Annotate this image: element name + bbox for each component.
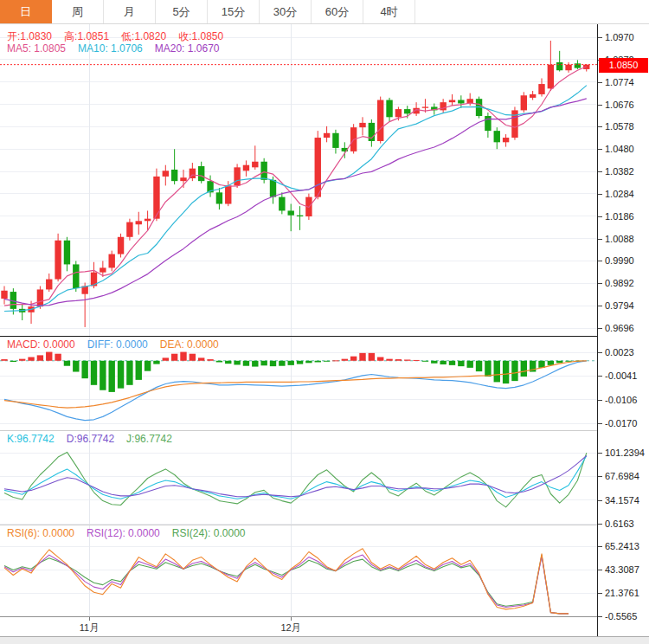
ohlc-value: 低:1.0820: [121, 30, 166, 42]
macd-value: DEA: 0.0000: [160, 338, 219, 351]
tab-month[interactable]: 月: [104, 0, 156, 23]
y-axis-label: -0.5565: [598, 611, 637, 621]
y-axis-label: -0.0106: [598, 395, 637, 405]
x-axis-label: 11月: [80, 621, 99, 634]
tab-60min[interactable]: 60分: [312, 0, 363, 23]
tick-dash: [598, 216, 602, 217]
kline-chart-app: 日周月5分15分30分60分4时 开:1.0830高:1.0851低:1.082…: [0, 0, 649, 644]
tick-dash: [598, 105, 602, 106]
kdj-value: K:96.7742: [7, 433, 55, 445]
kdj-value: D:96.7742: [67, 433, 114, 445]
y-axis-label: 101.2394: [598, 448, 645, 458]
y-axis-label: -0.0041: [598, 370, 637, 381]
ma-value: MA20: 1.0670: [155, 42, 220, 55]
tick-dash: [598, 171, 602, 172]
ma-value: MA5: 1.0805: [7, 42, 66, 55]
price-axis: 1.0850 1.09701.08721.07741.06761.05781.0…: [597, 24, 649, 636]
ohlc-value: 收:1.0850: [178, 30, 223, 42]
tick-dash: [598, 328, 602, 329]
timeframe-tabs: 日周月5分15分30分60分4时: [0, 0, 649, 24]
ma-readout: MA5: 1.0805MA10: 1.0706MA20: 1.0670: [7, 42, 231, 55]
tick-dash: [598, 352, 602, 353]
tab-day[interactable]: 日: [0, 0, 52, 23]
y-axis-label: 1.0284: [598, 189, 634, 199]
y-axis-label: 21.3761: [598, 588, 639, 598]
y-axis-label: 67.6984: [598, 471, 639, 481]
macd-value: MACD: 0.0000: [7, 338, 75, 351]
tab-5min[interactable]: 5分: [156, 0, 208, 23]
macd-canvas[interactable]: [0, 337, 597, 430]
macd-value: DIFF: 0.0000: [87, 338, 148, 351]
y-axis-label: 0.0023: [598, 347, 634, 357]
y-axis-label: 1.0088: [598, 234, 634, 244]
tick-dash: [598, 126, 602, 127]
y-axis-label: 1.0382: [598, 166, 634, 177]
y-axis-label: 34.1574: [598, 495, 639, 506]
y-axis-label: 43.3087: [598, 564, 639, 575]
tick-dash: [598, 306, 602, 306]
y-axis-label: 1.0970: [598, 32, 634, 42]
main-chart-canvas[interactable]: [0, 24, 597, 336]
tick-dash: [598, 194, 602, 195]
tick-dash: [598, 82, 602, 83]
tab-4hour[interactable]: 4时: [363, 0, 415, 23]
kdj-canvas[interactable]: [0, 431, 597, 525]
panel-separator: [0, 525, 649, 525]
rsi-panel: RSI(6): 0.0000RSI(12): 0.0000RSI(24): 0.…: [0, 525, 597, 616]
macd-panel: MACD: 0.0000DIFF: 0.0000DEA: 0.0000: [0, 337, 597, 430]
y-axis-label: 1.0774: [598, 77, 634, 87]
current-price-badge: 1.0850: [599, 58, 648, 73]
rsi-value: RSI(6): 0.0000: [7, 527, 74, 539]
tick-dash: [598, 149, 602, 150]
macd-readout: MACD: 0.0000DIFF: 0.0000DEA: 0.0000: [7, 338, 231, 351]
tick-dash: [598, 283, 602, 284]
y-axis-label: 0.9892: [598, 278, 634, 288]
tick-dash: [598, 524, 602, 525]
tick-dash: [598, 570, 602, 570]
tick-dash: [598, 400, 602, 401]
y-axis-label: 0.9794: [598, 300, 634, 311]
kdj-readout: K:96.7742D:96.7742J:96.7742: [7, 433, 184, 445]
y-axis-label: 1.0480: [598, 144, 634, 154]
tick-dash: [598, 593, 602, 594]
tick-dash: [598, 476, 602, 477]
y-axis-label: 1.0186: [598, 211, 634, 222]
main-chart-panel: 开:1.0830高:1.0851低:1.0820收:1.0850 MA5: 1.…: [0, 24, 597, 336]
x-axis: 11月12月: [0, 617, 597, 636]
x-axis-label: 12月: [280, 621, 300, 634]
rsi-value: RSI(24): 0.0000: [172, 527, 246, 539]
tick-dash: [598, 376, 602, 377]
tick-dash: [598, 239, 602, 240]
y-axis-label: 1.0676: [598, 100, 634, 110]
ohlc-value: 高:1.0851: [64, 30, 109, 42]
tick-dash: [598, 423, 602, 424]
ohlc-value: 开:1.0830: [7, 30, 52, 42]
y-axis-label: 65.2413: [598, 541, 639, 551]
tick-dash: [598, 453, 602, 454]
kdj-panel: K:96.7742D:96.7742J:96.7742: [0, 431, 597, 525]
tick-dash: [598, 261, 602, 261]
tab-15min[interactable]: 15分: [208, 0, 260, 23]
x-tick-mark: [291, 617, 292, 621]
panel-separator: [0, 430, 649, 431]
ma-value: MA10: 1.0706: [78, 42, 143, 55]
tick-dash: [598, 37, 602, 38]
tick-dash: [598, 616, 602, 617]
panel-separator: [0, 336, 649, 337]
y-axis-label: 0.6163: [598, 518, 634, 529]
tick-dash: [598, 500, 602, 501]
tab-30min[interactable]: 30分: [260, 0, 312, 23]
y-axis-label: 0.9990: [598, 255, 634, 266]
y-axis-label: -0.0170: [598, 418, 637, 428]
bottom-bar: [0, 637, 649, 644]
y-axis-label: 0.9696: [598, 323, 634, 333]
tab-week[interactable]: 周: [52, 0, 104, 23]
rsi-value: RSI(12): 0.0000: [87, 527, 160, 539]
y-axis-label: 1.0578: [598, 121, 634, 132]
kdj-value: J:96.7742: [126, 433, 172, 445]
rsi-readout: RSI(6): 0.0000RSI(12): 0.0000RSI(24): 0.…: [7, 527, 257, 539]
x-tick-mark: [89, 617, 90, 621]
tick-dash: [598, 546, 602, 547]
